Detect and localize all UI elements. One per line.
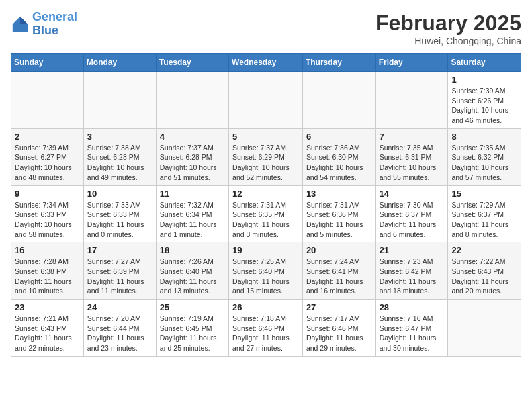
day-detail: Sunrise: 7:37 AM Sunset: 6:29 PM Dayligh… bbox=[232, 143, 299, 183]
day-detail: Sunrise: 7:18 AM Sunset: 6:46 PM Dayligh… bbox=[232, 314, 299, 353]
weekday-header-sunday: Sunday bbox=[11, 54, 84, 72]
calendar-cell: 13Sunrise: 7:31 AM Sunset: 6:36 PM Dayli… bbox=[302, 185, 375, 242]
day-detail: Sunrise: 7:20 AM Sunset: 6:44 PM Dayligh… bbox=[87, 314, 152, 353]
calendar-week-4: 23Sunrise: 7:21 AM Sunset: 6:43 PM Dayli… bbox=[11, 300, 521, 357]
page-header: General Blue February 2025 Huwei, Chongq… bbox=[11, 11, 521, 46]
svg-marker-1 bbox=[20, 17, 28, 24]
day-number: 2 bbox=[15, 132, 80, 142]
day-detail: Sunrise: 7:24 AM Sunset: 6:41 PM Dayligh… bbox=[306, 257, 372, 296]
calendar-cell: 4Sunrise: 7:37 AM Sunset: 6:28 PM Daylig… bbox=[156, 128, 228, 185]
day-detail: Sunrise: 7:31 AM Sunset: 6:36 PM Dayligh… bbox=[306, 200, 372, 240]
calendar-cell: 28Sunrise: 7:16 AM Sunset: 6:47 PM Dayli… bbox=[375, 300, 448, 357]
calendar-week-2: 9Sunrise: 7:34 AM Sunset: 6:33 PM Daylig… bbox=[11, 185, 521, 242]
day-detail: Sunrise: 7:31 AM Sunset: 6:35 PM Dayligh… bbox=[232, 200, 299, 240]
day-detail: Sunrise: 7:25 AM Sunset: 6:40 PM Dayligh… bbox=[232, 257, 299, 296]
calendar-table: SundayMondayTuesdayWednesdayThursdayFrid… bbox=[11, 53, 521, 357]
day-number: 23 bbox=[15, 302, 80, 312]
day-detail: Sunrise: 7:22 AM Sunset: 6:43 PM Dayligh… bbox=[451, 257, 517, 296]
calendar-cell: 22Sunrise: 7:22 AM Sunset: 6:43 PM Dayli… bbox=[448, 242, 521, 300]
weekday-header-tuesday: Tuesday bbox=[156, 54, 228, 72]
day-detail: Sunrise: 7:39 AM Sunset: 6:26 PM Dayligh… bbox=[451, 86, 517, 126]
day-number: 20 bbox=[306, 245, 372, 255]
weekday-header-thursday: Thursday bbox=[302, 54, 375, 72]
calendar-cell bbox=[229, 72, 303, 129]
calendar-cell: 2Sunrise: 7:39 AM Sunset: 6:27 PM Daylig… bbox=[11, 128, 84, 185]
weekday-header-friday: Friday bbox=[375, 54, 448, 72]
weekday-header-row: SundayMondayTuesdayWednesdayThursdayFrid… bbox=[11, 54, 521, 72]
calendar-cell bbox=[302, 72, 375, 129]
calendar-cell: 6Sunrise: 7:36 AM Sunset: 6:30 PM Daylig… bbox=[302, 128, 375, 185]
day-detail: Sunrise: 7:29 AM Sunset: 6:37 PM Dayligh… bbox=[451, 200, 517, 240]
day-number: 7 bbox=[380, 132, 445, 142]
calendar-cell: 14Sunrise: 7:30 AM Sunset: 6:37 PM Dayli… bbox=[375, 185, 448, 242]
calendar-week-0: 1Sunrise: 7:39 AM Sunset: 6:26 PM Daylig… bbox=[11, 72, 521, 129]
calendar-cell: 25Sunrise: 7:19 AM Sunset: 6:45 PM Dayli… bbox=[156, 300, 228, 357]
day-number: 10 bbox=[87, 189, 152, 199]
calendar-cell: 24Sunrise: 7:20 AM Sunset: 6:44 PM Dayli… bbox=[83, 300, 156, 357]
calendar-cell bbox=[375, 72, 448, 129]
calendar-cell bbox=[11, 72, 84, 129]
day-number: 21 bbox=[380, 245, 445, 255]
day-number: 3 bbox=[87, 132, 152, 142]
calendar-body: 1Sunrise: 7:39 AM Sunset: 6:26 PM Daylig… bbox=[11, 72, 521, 357]
day-number: 15 bbox=[451, 189, 517, 199]
month-year-title: February 2025 bbox=[375, 11, 521, 36]
day-detail: Sunrise: 7:30 AM Sunset: 6:37 PM Dayligh… bbox=[380, 200, 445, 240]
day-detail: Sunrise: 7:17 AM Sunset: 6:46 PM Dayligh… bbox=[306, 314, 372, 353]
calendar-cell bbox=[83, 72, 156, 129]
logo: General Blue bbox=[11, 11, 77, 38]
day-detail: Sunrise: 7:32 AM Sunset: 6:34 PM Dayligh… bbox=[160, 200, 225, 240]
calendar-cell: 16Sunrise: 7:28 AM Sunset: 6:38 PM Dayli… bbox=[11, 242, 84, 300]
weekday-header-monday: Monday bbox=[83, 54, 156, 72]
day-number: 4 bbox=[160, 132, 225, 142]
calendar-cell: 21Sunrise: 7:23 AM Sunset: 6:42 PM Dayli… bbox=[375, 242, 448, 300]
day-detail: Sunrise: 7:36 AM Sunset: 6:30 PM Dayligh… bbox=[306, 143, 372, 183]
calendar-cell: 8Sunrise: 7:35 AM Sunset: 6:32 PM Daylig… bbox=[448, 128, 521, 185]
day-detail: Sunrise: 7:35 AM Sunset: 6:31 PM Dayligh… bbox=[380, 143, 445, 183]
weekday-header-saturday: Saturday bbox=[448, 54, 521, 72]
day-number: 6 bbox=[306, 132, 372, 142]
title-section: February 2025 Huwei, Chongqing, China bbox=[375, 11, 521, 46]
calendar-cell: 7Sunrise: 7:35 AM Sunset: 6:31 PM Daylig… bbox=[375, 128, 448, 185]
day-detail: Sunrise: 7:35 AM Sunset: 6:32 PM Dayligh… bbox=[451, 143, 517, 183]
day-detail: Sunrise: 7:28 AM Sunset: 6:38 PM Dayligh… bbox=[15, 257, 80, 296]
calendar-cell: 23Sunrise: 7:21 AM Sunset: 6:43 PM Dayli… bbox=[11, 300, 84, 357]
day-number: 9 bbox=[15, 189, 80, 199]
day-detail: Sunrise: 7:27 AM Sunset: 6:39 PM Dayligh… bbox=[87, 257, 152, 296]
day-number: 5 bbox=[232, 132, 299, 142]
day-number: 13 bbox=[306, 189, 372, 199]
calendar-cell: 5Sunrise: 7:37 AM Sunset: 6:29 PM Daylig… bbox=[229, 128, 303, 185]
day-number: 8 bbox=[451, 132, 517, 142]
day-detail: Sunrise: 7:16 AM Sunset: 6:47 PM Dayligh… bbox=[380, 314, 445, 353]
day-detail: Sunrise: 7:19 AM Sunset: 6:45 PM Dayligh… bbox=[160, 314, 225, 353]
day-number: 22 bbox=[451, 245, 517, 255]
weekday-header-wednesday: Wednesday bbox=[229, 54, 303, 72]
day-number: 24 bbox=[87, 302, 152, 312]
day-detail: Sunrise: 7:26 AM Sunset: 6:40 PM Dayligh… bbox=[160, 257, 225, 296]
day-number: 19 bbox=[232, 245, 299, 255]
day-number: 14 bbox=[380, 189, 445, 199]
day-number: 1 bbox=[451, 75, 517, 85]
day-number: 27 bbox=[306, 302, 372, 312]
day-number: 18 bbox=[160, 245, 225, 255]
calendar-cell: 17Sunrise: 7:27 AM Sunset: 6:39 PM Dayli… bbox=[83, 242, 156, 300]
logo-text: General Blue bbox=[32, 11, 77, 38]
location-subtitle: Huwei, Chongqing, China bbox=[375, 36, 521, 46]
day-number: 16 bbox=[15, 245, 80, 255]
day-detail: Sunrise: 7:37 AM Sunset: 6:28 PM Dayligh… bbox=[160, 143, 225, 183]
day-number: 11 bbox=[160, 189, 225, 199]
calendar-cell bbox=[156, 72, 228, 129]
calendar-cell: 20Sunrise: 7:24 AM Sunset: 6:41 PM Dayli… bbox=[302, 242, 375, 300]
day-detail: Sunrise: 7:34 AM Sunset: 6:33 PM Dayligh… bbox=[15, 200, 80, 240]
calendar-cell: 10Sunrise: 7:33 AM Sunset: 6:33 PM Dayli… bbox=[83, 185, 156, 242]
day-detail: Sunrise: 7:23 AM Sunset: 6:42 PM Dayligh… bbox=[380, 257, 445, 296]
calendar-cell: 19Sunrise: 7:25 AM Sunset: 6:40 PM Dayli… bbox=[229, 242, 303, 300]
logo-icon bbox=[11, 15, 30, 34]
day-number: 25 bbox=[160, 302, 225, 312]
calendar-cell: 26Sunrise: 7:18 AM Sunset: 6:46 PM Dayli… bbox=[229, 300, 303, 357]
calendar-cell: 1Sunrise: 7:39 AM Sunset: 6:26 PM Daylig… bbox=[448, 72, 521, 129]
calendar-cell: 12Sunrise: 7:31 AM Sunset: 6:35 PM Dayli… bbox=[229, 185, 303, 242]
day-detail: Sunrise: 7:38 AM Sunset: 6:28 PM Dayligh… bbox=[87, 143, 152, 183]
day-detail: Sunrise: 7:33 AM Sunset: 6:33 PM Dayligh… bbox=[87, 200, 152, 240]
calendar-cell: 9Sunrise: 7:34 AM Sunset: 6:33 PM Daylig… bbox=[11, 185, 84, 242]
